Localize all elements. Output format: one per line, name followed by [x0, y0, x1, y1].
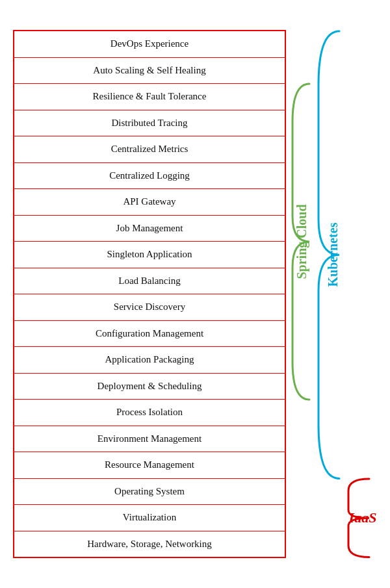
deployment-scheduling: Deployment & Scheduling	[14, 374, 285, 400]
stack: DevOps ExperienceAuto Scaling & Self Hea…	[13, 30, 286, 558]
operating-system: Operating System	[14, 479, 285, 505]
job-management: Job Management	[14, 216, 285, 242]
right-side: Spring Cloud Kubernetes IaaS	[289, 30, 344, 558]
spring-cloud-bracket-svg	[289, 30, 315, 558]
distributed-tracing: Distributed Tracing	[14, 110, 285, 137]
virtualization: Virtualization	[14, 505, 285, 531]
iaas-bracket: IaaS	[344, 479, 374, 557]
centralized-metrics: Centralized Metrics	[14, 136, 285, 163]
iaas-label: IaaS	[349, 509, 377, 526]
devops-experience: DevOps Experience	[14, 31, 285, 58]
kubernetes-bracket-svg	[315, 30, 344, 558]
kubernetes-bracket: Kubernetes	[315, 30, 344, 558]
application-packaging: Application Packaging	[14, 347, 285, 374]
resilience: Resilience & Fault Tolerance	[14, 84, 285, 110]
singleton-application: Singleton Application	[14, 242, 285, 268]
process-isolation: Process Isolation	[14, 400, 285, 426]
service-discovery: Service Discovery	[14, 294, 285, 321]
configuration-management: Configuration Management	[14, 321, 285, 348]
auto-scaling: Auto Scaling & Self Healing	[14, 58, 285, 84]
hardware-storage: Hardware, Storage, Networking	[14, 531, 285, 557]
load-balancing: Load Balancing	[14, 268, 285, 295]
kubernetes-label: Kubernetes	[326, 223, 341, 287]
environment-management: Environment Management	[14, 426, 285, 453]
centralized-logging: Centralized Logging	[14, 163, 285, 190]
api-gateway: API Gateway	[14, 189, 285, 216]
main-container: DevOps ExperienceAuto Scaling & Self Hea…	[13, 30, 377, 558]
spring-cloud-label: Spring Cloud	[294, 204, 309, 279]
spring-cloud-bracket: Spring Cloud	[289, 30, 315, 558]
resource-management: Resource Management	[14, 452, 285, 479]
